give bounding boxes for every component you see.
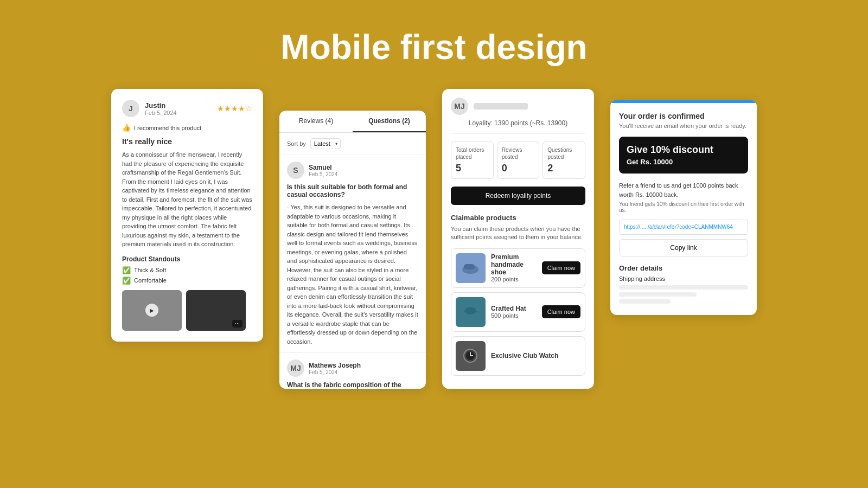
star-rating: ★★★★☆ <box>217 104 252 113</box>
reviewer-info: J Justin Feb 5, 2024 <box>122 100 177 117</box>
redeem-button[interactable]: Redeem loyality points <box>451 187 585 205</box>
tab-questions[interactable]: Questions (2) <box>353 111 426 132</box>
product-info-hat: Crafted Hat 500 points <box>491 305 537 319</box>
sort-label: Sort by <box>287 140 306 147</box>
order-confirmed-title: Your order is confirmed <box>619 112 748 120</box>
stat-orders-value: 5 <box>456 163 489 174</box>
stat-orders: Total orders placed 5 <box>451 142 494 179</box>
asker-date-2: Feb 5, 2024 <box>309 369 361 375</box>
loyalty-card: MJ Loyality: 1390 points (~Rs. 13900) To… <box>442 89 594 389</box>
product-name-hat: Crafted Hat <box>491 305 537 312</box>
address-line-2 <box>619 292 697 297</box>
claim-btn-hat[interactable]: Claim now <box>542 305 580 318</box>
review-image-1: ▶ <box>122 290 182 331</box>
product-img-shoe <box>456 253 486 283</box>
product-info-watch: Exclusive Club Watch <box>491 352 580 359</box>
promo-box: Give 10% discount Get Rs. 10000 <box>619 137 748 174</box>
product-info-shoe: Premium handmade shoe 200 points <box>491 253 537 282</box>
standouts-title: Product Standouts <box>122 255 252 263</box>
standout-item-1: ✅ Thick & Soft <box>122 266 252 274</box>
page-title: Mobile first design <box>280 27 587 67</box>
reviewer-header: J Justin Feb 5, 2024 ★★★★☆ <box>122 100 252 117</box>
stat-reviews: Reviews posted 0 <box>497 142 540 179</box>
review-card: J Justin Feb 5, 2024 ★★★★☆ 👍 I recommend… <box>111 89 263 342</box>
promo-main: Give 10% discount <box>627 144 741 156</box>
claimable-desc: You can claim these products when you ha… <box>451 225 585 242</box>
sort-select-wrap[interactable]: Latest <box>310 138 341 149</box>
qa-item-1: S Samuel Feb 5, 2024 Is this suit suitab… <box>279 155 426 353</box>
cards-row: J Justin Feb 5, 2024 ★★★★☆ 👍 I recommend… <box>0 89 868 389</box>
product-points-hat: 500 points <box>491 312 537 319</box>
product-name-shoe: Premium handmade shoe <box>491 253 537 276</box>
order-confirmed-sub: You'll receive an email when your order … <box>619 123 748 129</box>
avatar: J <box>122 100 139 117</box>
stat-orders-label: Total orders placed <box>456 146 489 160</box>
review-title: It's really nice <box>122 137 252 146</box>
stat-questions-value: 2 <box>547 163 580 174</box>
standout-item-2: ✅ Comfortable <box>122 277 252 285</box>
sort-select[interactable]: Latest <box>310 138 341 149</box>
order-card: Your order is confirmed You'll receive a… <box>610 100 757 315</box>
svg-rect-1 <box>464 264 475 269</box>
review-body: As a connoisseur of fine menswear, I rec… <box>122 150 252 249</box>
reviewer-name: Justin <box>145 101 177 110</box>
standout-text-2: Comfortable <box>134 277 167 284</box>
more-button[interactable]: ⋯ <box>232 320 242 328</box>
thumb-icon: 👍 <box>122 124 131 132</box>
recommend-badge: 👍 I recommend this product <box>122 124 252 132</box>
review-image-2: ⋯ <box>186 290 246 331</box>
avatar-samuel: S <box>287 162 304 179</box>
shipping-label: Shipping address <box>619 275 748 282</box>
product-item-hat: Crafted Hat 500 points Claim now <box>451 292 585 332</box>
refer-text: Refer a friend to us and get 1000 points… <box>619 181 748 199</box>
address-line-3 <box>619 299 671 304</box>
stat-questions-label: Questions posted <box>547 146 580 160</box>
loyalty-header: MJ <box>451 98 585 115</box>
asker-name-2: Mathews Joseph <box>309 362 361 369</box>
loyalty-avatar: MJ <box>451 98 468 115</box>
stat-reviews-value: 0 <box>502 163 535 174</box>
claim-btn-shoe[interactable]: Claim now <box>542 261 580 274</box>
sort-bar: Sort by Latest <box>279 133 426 155</box>
product-points-shoe: 200 points <box>491 276 537 282</box>
copy-link-button[interactable]: Copy link <box>619 239 748 256</box>
qa-asker-1: S Samuel Feb 5, 2024 <box>287 162 418 179</box>
play-button[interactable]: ▶ <box>145 304 158 317</box>
product-item-shoe: Premium handmade shoe 200 points Claim n… <box>451 248 585 288</box>
order-body: Your order is confirmed You'll receive a… <box>610 103 757 315</box>
avatar-mj: MJ <box>287 359 304 377</box>
check-icon-2: ✅ <box>122 277 131 285</box>
qa-asker-2: MJ Mathews Joseph Feb 5, 2024 <box>279 353 426 381</box>
qa-card: Reviews (4) Questions (2) Sort by Latest… <box>279 111 426 389</box>
answer-1: - Yes, this suit is designed to be versa… <box>287 203 418 346</box>
asker-date-1: Feb 5, 2024 <box>309 171 337 177</box>
product-img-watch <box>456 341 486 371</box>
loyalty-name-blurred <box>474 103 528 110</box>
promo-sub: Get Rs. 10000 <box>627 158 741 166</box>
reviewer-date: Feb 5, 2024 <box>145 110 177 116</box>
recommend-text: I recommend this product <box>134 125 201 131</box>
product-name-watch: Exclusive Club Watch <box>491 352 580 359</box>
loyalty-points: Loyality: 1390 points (~Rs. 13900) <box>451 119 585 134</box>
claimable-title: Claimable products <box>451 214 585 222</box>
question-2: What is the fabric composition of the <box>279 381 426 389</box>
refer-text2: You friend gets 10% discount on their fi… <box>619 201 748 213</box>
standout-text-1: Thick & Soft <box>134 267 166 273</box>
check-icon-1: ✅ <box>122 266 131 274</box>
stat-questions: Questions posted 2 <box>542 142 585 179</box>
stats-grid: Total orders placed 5 Reviews posted 0 Q… <box>451 142 585 179</box>
asker-name-1: Samuel <box>309 164 337 171</box>
stat-reviews-label: Reviews posted <box>502 146 535 160</box>
question-1: Is this suit suitable for both formal an… <box>287 183 418 198</box>
referral-link[interactable]: https://...../a/clan/refer?code=CLANMMNW… <box>619 220 748 235</box>
tab-reviews[interactable]: Reviews (4) <box>279 111 353 132</box>
order-details-title: Order details <box>619 264 748 272</box>
product-item-watch: Exclusive Club Watch <box>451 336 585 376</box>
review-images: ▶ ⋯ <box>122 290 252 331</box>
product-img-hat <box>456 297 486 327</box>
svg-point-3 <box>465 307 476 314</box>
qa-tabs: Reviews (4) Questions (2) <box>279 111 426 133</box>
address-line-1 <box>619 285 748 290</box>
